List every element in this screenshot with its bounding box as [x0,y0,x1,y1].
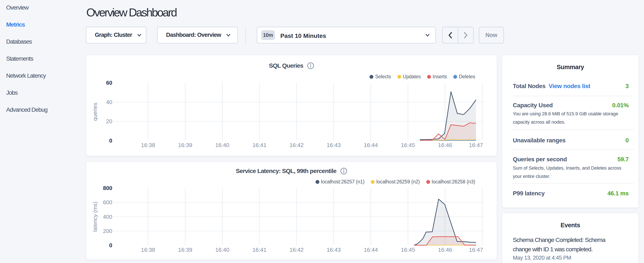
svg-text:0: 0 [109,137,112,144]
svg-text:16:47: 16:47 [469,247,483,253]
svg-text:400: 400 [103,214,112,220]
svg-text:0: 0 [109,242,112,248]
svg-text:latency (ms): latency (ms) [92,202,98,232]
svg-text:16:41: 16:41 [252,142,266,148]
svg-text:60: 60 [106,80,112,86]
svg-text:16:44: 16:44 [364,247,378,253]
svg-text:40: 40 [106,99,112,105]
svg-text:16:42: 16:42 [290,142,304,148]
svg-text:200: 200 [103,228,112,234]
svg-text:16:42: 16:42 [290,247,304,253]
svg-text:16:43: 16:43 [326,142,340,148]
svg-text:800: 800 [103,185,112,191]
svg-text:16:44: 16:44 [364,142,378,148]
svg-text:16:39: 16:39 [178,247,192,253]
svg-text:16:47: 16:47 [469,142,483,148]
svg-text:16:46: 16:46 [438,142,452,148]
svg-text:16:45: 16:45 [401,142,415,148]
svg-text:20: 20 [106,118,112,124]
svg-text:16:41: 16:41 [252,247,266,253]
svg-text:queries: queries [92,103,98,121]
svg-text:16:39: 16:39 [178,142,192,148]
svg-text:16:43: 16:43 [326,247,340,253]
svg-text:16:38: 16:38 [141,142,155,148]
svg-text:600: 600 [103,199,112,205]
svg-text:16:40: 16:40 [215,247,229,253]
svg-text:16:40: 16:40 [215,142,229,148]
svg-text:16:38: 16:38 [141,247,155,253]
svg-text:16:46: 16:46 [438,247,452,253]
svg-text:16:45: 16:45 [401,247,415,253]
